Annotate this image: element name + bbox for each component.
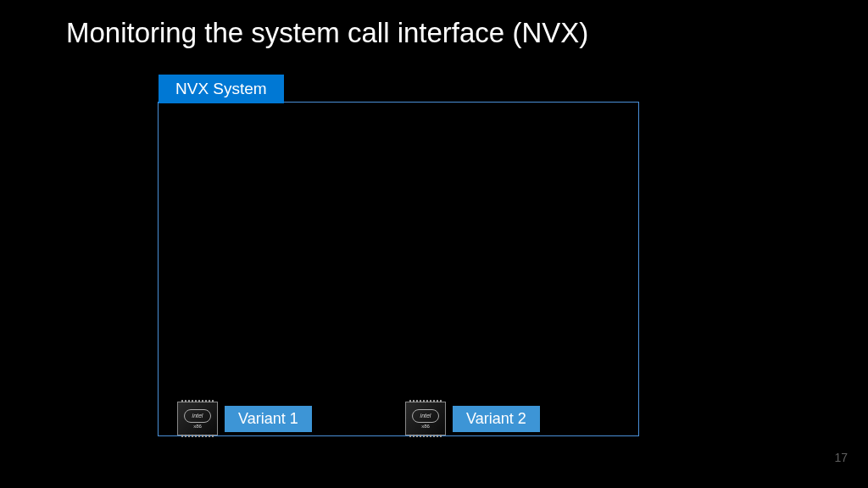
slide-number: 17: [834, 451, 848, 464]
cpu-chip-icon: intel x86: [177, 402, 218, 435]
chip-brand-label: intel: [412, 409, 439, 423]
nvx-system-label: NVX System: [159, 75, 284, 103]
variant-group-1: intel x86 Variant 1: [177, 402, 312, 435]
variant-1-label: Variant 1: [225, 406, 312, 432]
slide-title: Monitoring the system call interface (NV…: [66, 17, 588, 49]
system-container-box: [158, 102, 639, 436]
chip-arch-label: x86: [193, 424, 202, 429]
variant-2-label: Variant 2: [453, 406, 540, 432]
cpu-chip-icon: intel x86: [405, 402, 446, 435]
chip-arch-label: x86: [421, 424, 430, 429]
chip-brand-label: intel: [184, 409, 211, 423]
variant-group-2: intel x86 Variant 2: [405, 402, 540, 435]
